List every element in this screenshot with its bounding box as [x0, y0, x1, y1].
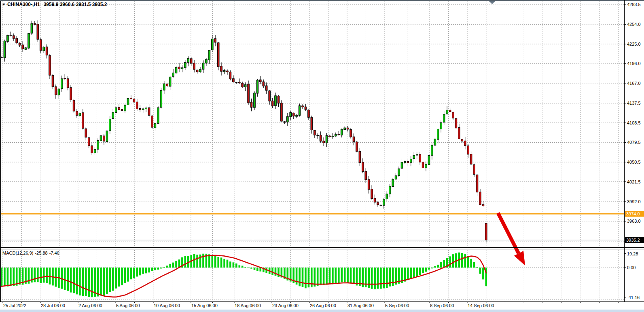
price-axis-label: 3963.0	[627, 219, 641, 224]
chart-canvas[interactable]	[0, 0, 644, 312]
macd-histogram	[1, 253, 487, 297]
time-axis-label: 15 Aug 06:00	[191, 303, 218, 308]
time-axis-label: 10 Aug 06:00	[154, 303, 180, 308]
macd-main-value: -25.88	[35, 251, 47, 255]
price-axis-label: 4254.0	[627, 22, 641, 27]
price-axis-label: 4225.0	[627, 42, 641, 47]
time-axis-label: 26 Aug 06:00	[310, 303, 336, 308]
price-axis-label: 4137.5	[627, 101, 641, 106]
price-axis-label: 4079.5	[627, 140, 641, 145]
macd-name: MACD(12,26,9)	[2, 251, 33, 255]
time-axis-label: 18 Aug 06:00	[235, 303, 261, 308]
panel-borders	[0, 0, 644, 303]
chart-title: ▼CHINA300-,H13959.9 3960.6 3931.5 3935.2	[2, 2, 107, 7]
price-axis-label: 4196.0	[627, 61, 641, 66]
quote-ohlc-label: 3959.9 3960.6 3931.5 3935.2	[44, 2, 107, 7]
time-axis-label: 5 Aug 06:00	[116, 303, 140, 308]
current-price-badge: 3935.2	[625, 237, 644, 243]
symbol-dropdown-icon[interactable]: ▼	[2, 2, 6, 6]
price-axis-label: 4021.5	[627, 179, 641, 185]
price-axis-label: 4283.5	[627, 2, 641, 7]
time-axis-label: 2 Aug 06:00	[78, 303, 102, 308]
time-axis-label: 8 Sep 06:00	[430, 303, 454, 308]
time-axis-label: 5 Sep 06:00	[385, 303, 409, 308]
horizontal-line-price-badge: 3974.0	[625, 211, 644, 217]
time-axis-label: 31 Aug 06:00	[347, 303, 374, 308]
price-axis-label: 4108.5	[627, 120, 641, 126]
price-axis-label: 3992.0	[627, 199, 641, 204]
shift-marker-icon	[489, 1, 495, 4]
window-bottom-strip	[0, 310, 644, 312]
time-axis-label: 25 Jul 2022	[3, 303, 26, 308]
time-axis-label: 23 Aug 06:00	[272, 303, 299, 308]
price-axis-label: 4050.5	[627, 160, 641, 165]
trend-arrow-annotation[interactable]	[498, 213, 525, 266]
time-axis-label: 14 Sep 06:00	[468, 303, 494, 308]
macd-axis-label: 19.28	[627, 251, 638, 257]
macd-axis-label: 0.00	[627, 265, 636, 270]
chart-window: ▼CHINA300-,H13959.9 3960.6 3931.5 3935.2…	[0, 0, 644, 312]
symbol-period-label: CHINA300-,H1	[7, 2, 40, 7]
macd-signal-value: -7.46	[49, 251, 59, 255]
grid	[0, 1, 624, 301]
macd-axis[interactable]	[624, 250, 644, 301]
macd-axis-label: -41.16	[627, 295, 640, 300]
time-axis-label: 28 Jul 06:00	[41, 303, 65, 308]
candlesticks	[1, 20, 487, 242]
price-axis-label: 4167.0	[627, 81, 641, 86]
macd-indicator-label: MACD(12,26,9)-25.88-7.46	[2, 251, 61, 255]
